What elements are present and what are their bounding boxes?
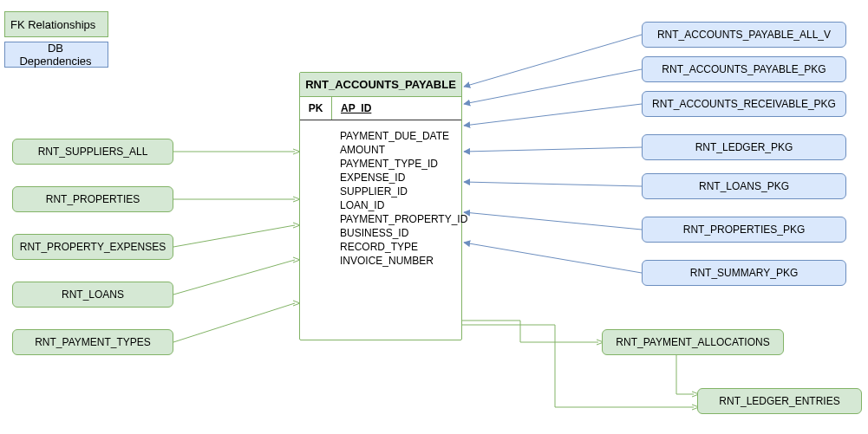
fk-label: RNT_SUPPLIERS_ALL bbox=[38, 146, 148, 158]
db-box-3: RNT_LEDGER_PKG bbox=[642, 134, 846, 160]
db-label: RNT_PROPERTIES_PKG bbox=[683, 223, 805, 236]
db-label: RNT_ACCOUNTS_PAYABLE_ALL_V bbox=[657, 29, 831, 41]
fk-label: RNT_PROPERTY_EXPENSES bbox=[20, 241, 166, 253]
fk-box-property-expenses: RNT_PROPERTY_EXPENSES bbox=[12, 234, 173, 260]
entity-pk-field: AP_ID bbox=[332, 97, 461, 120]
entity-pk-label: PK bbox=[300, 97, 332, 120]
legend-db: DB Dependencies bbox=[4, 42, 108, 68]
fk-box-properties: RNT_PROPERTIES bbox=[12, 186, 173, 212]
fk-box-ledger-entries: RNT_LEDGER_ENTRIES bbox=[697, 388, 862, 414]
legend-fk-label: FK Relationships bbox=[10, 18, 95, 31]
fk-box-payment-types: RNT_PAYMENT_TYPES bbox=[12, 329, 173, 355]
db-box-2: RNT_ACCOUNTS_RECEIVABLE_PKG bbox=[642, 91, 846, 117]
entity-pk-row: PK AP_ID bbox=[300, 97, 461, 120]
db-label: RNT_ACCOUNTS_PAYABLE_PKG bbox=[662, 63, 826, 75]
entity-columns: PAYMENT_DUE_DATE AMOUNT PAYMENT_TYPE_ID … bbox=[300, 120, 461, 276]
entity-title: RNT_ACCOUNTS_PAYABLE bbox=[300, 73, 461, 97]
fk-box-suppliers: RNT_SUPPLIERS_ALL bbox=[12, 139, 173, 165]
legend-fk: FK Relationships bbox=[4, 11, 108, 37]
db-box-6: RNT_SUMMARY_PKG bbox=[642, 260, 846, 286]
entity-table: RNT_ACCOUNTS_PAYABLE PK AP_ID PAYMENT_DU… bbox=[299, 72, 462, 340]
db-label: RNT_SUMMARY_PKG bbox=[690, 267, 798, 279]
fk-label: RNT_PROPERTIES bbox=[46, 193, 140, 205]
db-box-0: RNT_ACCOUNTS_PAYABLE_ALL_V bbox=[642, 22, 846, 48]
db-box-1: RNT_ACCOUNTS_PAYABLE_PKG bbox=[642, 56, 846, 82]
fk-box-payment-allocations: RNT_PAYMENT_ALLOCATIONS bbox=[602, 329, 784, 355]
fk-label: RNT_LEDGER_ENTRIES bbox=[719, 395, 839, 407]
db-label: RNT_LEDGER_PKG bbox=[695, 141, 793, 153]
fk-label: RNT_LOANS bbox=[62, 288, 124, 301]
legend-db-label: DB Dependencies bbox=[10, 42, 101, 68]
db-box-5: RNT_PROPERTIES_PKG bbox=[642, 217, 846, 243]
db-label: RNT_ACCOUNTS_RECEIVABLE_PKG bbox=[652, 98, 836, 110]
fk-label: RNT_PAYMENT_TYPES bbox=[35, 336, 151, 348]
db-box-4: RNT_LOANS_PKG bbox=[642, 173, 846, 199]
db-label: RNT_LOANS_PKG bbox=[699, 180, 789, 192]
fk-label: RNT_PAYMENT_ALLOCATIONS bbox=[616, 336, 769, 348]
fk-box-loans: RNT_LOANS bbox=[12, 282, 173, 308]
